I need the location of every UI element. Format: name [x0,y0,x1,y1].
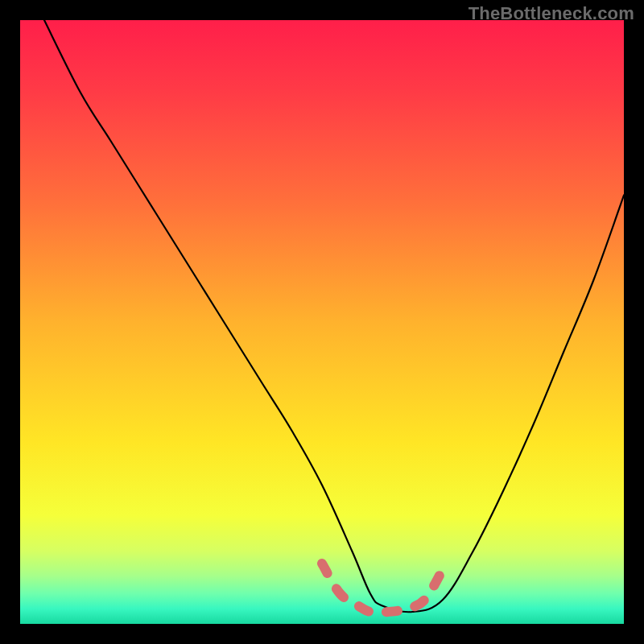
curve-layer [20,20,624,624]
plot-area [20,20,624,624]
bottleneck-curve [44,20,624,612]
chart-frame: TheBottleneck.com [0,0,644,644]
